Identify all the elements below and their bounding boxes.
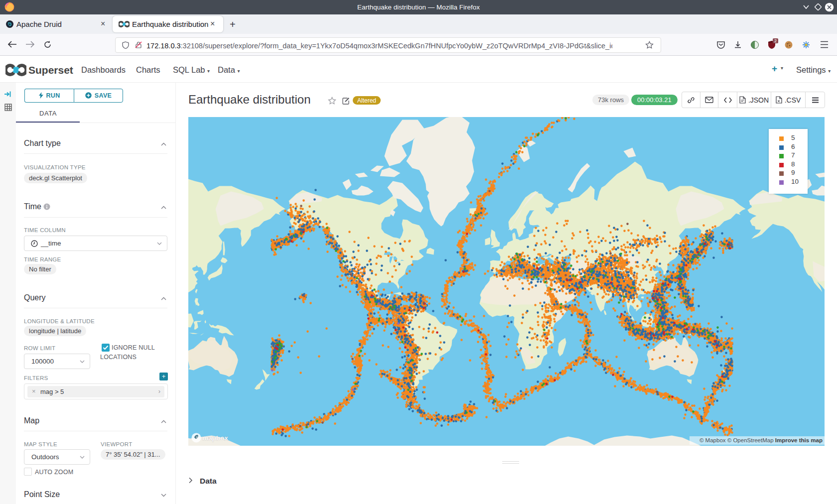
svg-text:mapbox: mapbox — [202, 434, 228, 442]
